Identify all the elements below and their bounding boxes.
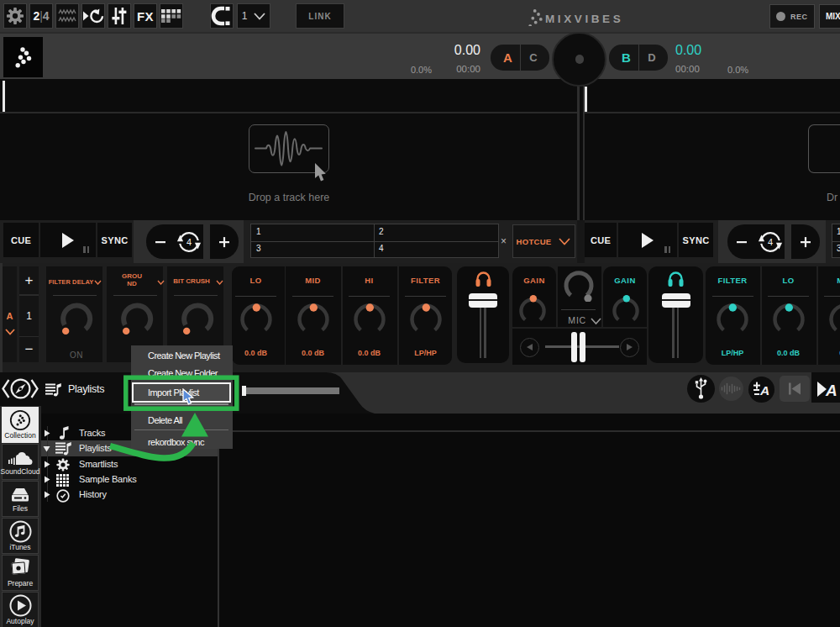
svg-text:MIXVIBES: MIXVIBES [545, 13, 623, 25]
svg-text:4: 4 [186, 237, 192, 247]
svg-text:A: A [825, 382, 837, 398]
svg-text:4: 4 [768, 237, 773, 247]
svg-text:A: A [759, 383, 769, 397]
